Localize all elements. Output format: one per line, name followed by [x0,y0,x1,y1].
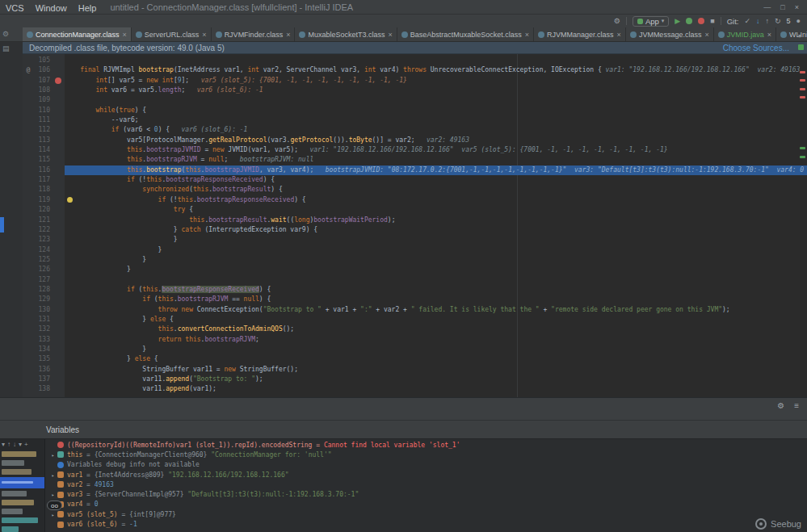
code-text[interactable] [65,275,807,285]
variable-row[interactable]: ((RepositoryId)((RemoteInfo)var1 (slot_1… [46,440,807,450]
memory-view-badge[interactable]: oo [47,501,62,510]
code-text[interactable]: var11.append(var1); [65,384,807,394]
gear-icon[interactable]: ⚙ [2,30,9,38]
code-text[interactable] [65,56,807,65]
variable-row[interactable]: var4 = 0 [46,500,807,509]
code-text[interactable]: return this.bootstrapRJVM; [65,335,807,345]
code-text[interactable]: while(true) { [65,106,807,115]
code-text[interactable]: var11.append("Bootstrap to: "); [65,375,807,384]
tree-expander-icon[interactable]: ▸ [49,492,57,497]
tab-ServerURL-class[interactable]: ServerURL.class× [132,27,212,41]
tab-ConnectionManager-class[interactable]: ConnectionManager.class× [23,27,132,41]
settings-gear-icon[interactable]: ⚙ [777,401,784,410]
code-text[interactable]: if (!this.bootstrapResponseReceived) { [65,195,807,205]
frame-item[interactable] [0,450,44,459]
code-text[interactable]: if (var6 < 0) { var6 (slot_6): -1 [65,125,807,135]
maximize-icon[interactable]: □ [780,3,784,11]
coverage-button[interactable] [698,18,704,24]
menu-help[interactable]: Help [73,3,103,13]
code-text[interactable]: if (this.bootstrapRJVM == null) { [65,295,807,304]
bell-icon[interactable]: ● [796,16,801,26]
close-icon[interactable]: × [525,31,529,39]
code-text[interactable]: if (!this.bootstrapResponseReceived) { [65,175,807,185]
variable-row[interactable]: ▸var1 = {Inet4Address@809} "192.168.12.1… [46,470,807,480]
code-text[interactable]: if (this.bootstrapResponseReceived) { [65,285,807,295]
minimize-icon[interactable]: — [763,3,771,11]
frames-toolbar-icon-1[interactable]: ↑ [7,440,11,450]
wrench-icon[interactable]: ⚙ [614,16,620,26]
structure-grid-icon[interactable]: ▤ [2,44,10,52]
menu-vcs[interactable]: VCS [0,3,30,13]
code-editor[interactable]: 105@106final RJVMImpl bootstrap(InetAddr… [23,54,807,397]
tab-RJVMFinder-class[interactable]: RJVMFinder.class× [212,27,296,41]
close-icon[interactable]: × [767,31,771,39]
variable-row[interactable]: Variables debug info not available [46,460,807,470]
close-icon[interactable]: × [704,31,708,39]
code-text[interactable]: this.bootstrapRJVM = null; bootstrapRJVM… [65,155,807,165]
code-text[interactable] [65,95,807,105]
code-text[interactable]: } else { [65,315,807,325]
code-text[interactable]: } [65,265,807,274]
code-text[interactable]: this.bootstrapJVMID = new JVMID(var1, va… [65,145,807,155]
frames-toolbar-icon-3[interactable]: ▾ [19,440,22,450]
tab-RJVMManager-class[interactable]: RJVMManager.class× [534,27,626,41]
code-text[interactable]: } [65,245,807,255]
code-text[interactable]: throw new ConnectException("Bootstrap to… [65,305,807,315]
tree-expander-icon[interactable]: ▸ [49,452,57,458]
variables-tab[interactable]: Variables [46,425,79,434]
code-text[interactable]: try { [65,205,807,215]
hidden-tabs-chevron-icon[interactable]: ▾ [798,30,805,40]
layout-menu-icon[interactable]: ≡ [794,401,799,410]
code-text[interactable]: this.bootstrapResult.wait((long)bootstra… [65,216,807,225]
code-text[interactable]: } [65,255,807,265]
error-stripe[interactable] [798,54,806,397]
close-window-icon[interactable]: × [795,3,799,11]
notification-count[interactable]: 5 [787,17,791,25]
frame-item[interactable] [0,498,44,507]
code-text[interactable]: final RJVMImpl bootstrap(InetAddress var… [65,65,807,75]
debug-button[interactable] [686,18,692,24]
variable-row[interactable]: ▸this = {ConnectionManagerClient@960} "C… [46,450,807,459]
frames-toolbar-icon-2[interactable]: ↓ [13,440,16,450]
tree-expander-icon[interactable]: ▸ [49,512,57,517]
variable-row[interactable]: var2 = 49163 [46,480,807,489]
frames-pane[interactable]: ▾↑↓▾+ [0,439,45,532]
choose-sources-link[interactable]: Choose Sources... [723,44,801,52]
tool-window-indicator[interactable] [0,217,4,232]
frames-toolbar-icon-4[interactable]: + [24,440,28,450]
selected-frame[interactable] [0,477,44,488]
tab-MuxableSocketT3-class[interactable]: MuxableSocketT3.class× [295,27,397,41]
frame-item[interactable] [0,459,44,467]
git-check-icon[interactable]: ✓ [744,16,750,26]
code-text[interactable]: this.convertConnectionToAdminQOS(); [65,325,807,334]
menu-window[interactable]: Window [30,3,73,13]
git-push-icon[interactable]: ↑ [766,16,770,26]
frame-item[interactable] [0,525,44,532]
close-icon[interactable]: × [202,31,206,39]
frame-item[interactable] [0,489,44,498]
git-refresh-icon[interactable]: ↻ [775,16,781,26]
code-text[interactable]: } [65,235,807,245]
variable-row[interactable]: ▸var3 = {ServerChannelImpl@957} "Default… [46,489,807,499]
code-text[interactable]: } else { [65,354,807,364]
code-text[interactable]: var5[ProtocolManager.getRealProtocol(var… [65,136,807,145]
close-icon[interactable]: × [617,31,621,39]
run-button[interactable]: ▶ [675,16,680,26]
frame-item[interactable] [0,507,44,516]
code-text[interactable]: int[] var5 = new int[9]; var5 (slot_5): … [65,76,807,86]
close-icon[interactable]: × [286,31,290,39]
code-text[interactable]: --var6; [65,115,807,125]
tree-expander-icon[interactable]: ▸ [49,472,57,478]
frame-item[interactable] [0,467,44,476]
close-icon[interactable]: × [123,31,127,39]
tab-JVMID-java[interactable]: JVMID.java× [714,27,776,41]
variable-row[interactable]: var6 (slot_6) = -1 [46,519,807,529]
stop-button[interactable]: ■ [710,16,714,26]
intention-bulb-icon[interactable] [67,197,73,203]
code-text[interactable]: synchronized(this.bootstrapResult) { [65,185,807,195]
code-text[interactable]: this.bootstrap(this.bootstrapJVMID, var3… [65,165,807,175]
code-text[interactable]: } catch (InterruptedException var9) { [65,225,807,235]
git-update-icon[interactable]: ↓ [756,16,760,26]
variable-row[interactable]: ▸var5 (slot_5) = {int[9]@977} [46,509,807,519]
code-text[interactable]: } [65,345,807,354]
